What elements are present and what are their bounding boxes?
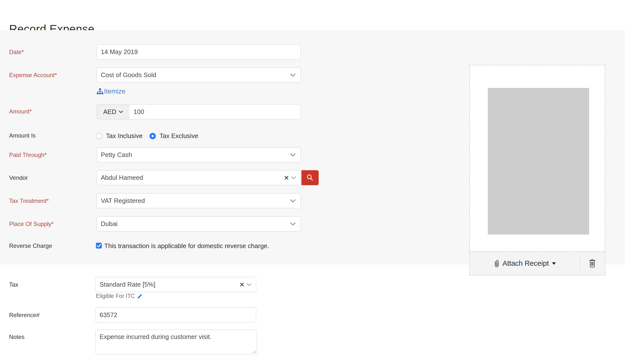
chevron-down-icon [290, 199, 296, 202]
reverse-charge-label: Reverse Charge [9, 242, 90, 250]
notes-label: Notes [9, 333, 90, 341]
tax-treatment-select[interactable]: VAT Registered [97, 193, 301, 208]
reference-input[interactable] [96, 308, 256, 322]
eligible-itc-text: Eligible For ITC [96, 293, 135, 299]
receipt-toolbar: Attach Receipt [470, 251, 605, 275]
x-icon[interactable]: ✕ [282, 175, 291, 181]
chevron-down-icon [119, 111, 123, 113]
reverse-charge-row: This transaction is applicable for domes… [96, 242, 269, 250]
tax-treatment-value: VAT Registered [101, 197, 297, 205]
delete-receipt-button[interactable] [580, 252, 605, 275]
amount-field [129, 104, 301, 119]
attach-receipt-label: Attach Receipt [502, 259, 549, 267]
x-icon[interactable]: ✕ [238, 281, 246, 288]
reference-label: Reference# [9, 311, 90, 319]
itemize-label: Itemize [104, 88, 125, 95]
reverse-charge-text[interactable]: This transaction is applicable for domes… [104, 242, 269, 250]
sitemap-icon [97, 88, 103, 95]
expense-account-select[interactable]: Cost of Goods Sold [97, 68, 301, 83]
checkmark-icon [97, 244, 101, 247]
notes-textarea[interactable]: Expense incurred during customer visit. [96, 330, 257, 354]
tax-label: Tax [9, 281, 90, 288]
vendor-search-button[interactable] [301, 170, 319, 185]
paperclip-icon [494, 259, 500, 268]
tax-exclusive-label[interactable]: Tax Exclusive [159, 132, 198, 140]
itemize-link[interactable]: Itemize [97, 88, 125, 95]
pencil-icon[interactable] [137, 294, 142, 299]
currency-value: AED [103, 108, 116, 116]
amount-is-label: Amount Is [9, 132, 90, 139]
reference-field [95, 308, 256, 322]
receipt-preview-image [488, 88, 589, 235]
place-of-supply-label: Place Of Supply* [9, 220, 90, 228]
vendor-input[interactable] [97, 170, 282, 185]
reverse-charge-checkbox[interactable] [96, 243, 102, 249]
date-field [97, 44, 301, 59]
expense-account-value: Cost of Goods Sold [101, 71, 297, 79]
amount-input[interactable] [129, 104, 300, 119]
place-of-supply-select[interactable]: Dubai [97, 216, 301, 231]
tax-field: ✕ [95, 277, 256, 292]
vendor-label: Vendor [9, 174, 90, 182]
eligible-itc-row: Eligible For ITC [96, 293, 142, 299]
vendor-field: ✕ [97, 170, 301, 185]
trash-icon [588, 259, 596, 268]
tax-treatment-label: Tax Treatment* [9, 197, 90, 205]
date-label: Date* [9, 48, 90, 56]
chevron-down-icon[interactable] [247, 283, 251, 286]
chevron-down-icon[interactable] [291, 176, 296, 179]
receipt-dropzone[interactable]: Attach Receipt [469, 65, 605, 276]
caret-down-icon [552, 262, 556, 265]
tax-input[interactable] [96, 277, 238, 292]
chevron-down-icon [290, 73, 296, 77]
attach-receipt-button[interactable]: Attach Receipt [470, 252, 580, 275]
tax-exclusive-radio[interactable] [150, 133, 156, 139]
amount-label: Amount* [9, 108, 90, 115]
paid-through-select[interactable]: Petty Cash [97, 147, 301, 162]
amount-is-radio-group: Tax Inclusive Tax Exclusive [96, 132, 198, 140]
resize-grip-icon[interactable] [252, 350, 256, 353]
search-icon [306, 174, 314, 182]
notes-field: Expense incurred during customer visit. [95, 330, 257, 354]
date-input[interactable] [97, 45, 300, 59]
expense-account-label: Expense Account* [9, 71, 90, 79]
chevron-down-icon [290, 222, 296, 225]
record-expense-page: Record Expense Date* Expense Account* Co… [0, 0, 625, 364]
tax-inclusive-label[interactable]: Tax Inclusive [106, 132, 143, 140]
currency-select[interactable]: AED [97, 104, 130, 119]
paid-through-value: Petty Cash [101, 151, 297, 159]
paid-through-label: Paid Through* [9, 151, 90, 159]
place-of-supply-value: Dubai [101, 220, 297, 228]
tax-inclusive-radio[interactable] [96, 133, 102, 139]
chevron-down-icon [290, 153, 296, 156]
